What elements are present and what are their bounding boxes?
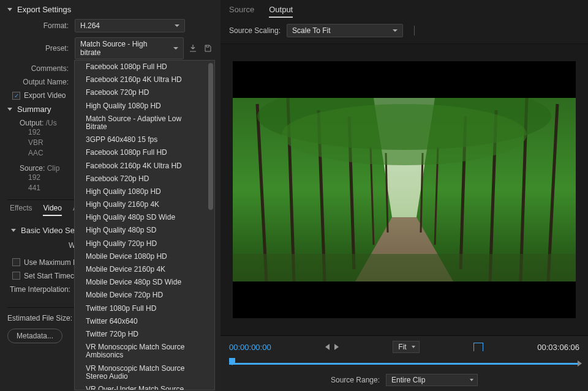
next-frame-icon[interactable] [334, 344, 339, 350]
timeline[interactable] [229, 358, 579, 369]
source-scaling-dropdown[interactable]: Scale To Fit [287, 24, 403, 37]
video-preview-image [233, 98, 576, 281]
preset-option[interactable]: Facebook 2160p 4K Ultra HD [75, 73, 214, 86]
source-scaling-value: Scale To Fit [292, 26, 330, 35]
preset-option[interactable]: Twitter 1080p Full HD [75, 302, 214, 315]
preset-dropdown[interactable]: Match Source - High bitrate [75, 37, 184, 59]
tab-source[interactable]: Source [229, 5, 254, 18]
preset-option[interactable]: Mobile Device 720p HD [75, 289, 214, 302]
est-size-label: Estimated File Size: [7, 314, 72, 322]
preset-option[interactable]: Facebook 1080p Full HD [75, 61, 214, 73]
basic-video-title: Basic Video Setti [21, 226, 81, 235]
tab-effects[interactable]: Effects [10, 204, 32, 216]
export-video-label: Export Video [24, 91, 66, 100]
time-interp-label: Time Interpolation: [10, 285, 70, 294]
tab-output[interactable]: Output [269, 5, 293, 18]
summary-title: Summary [17, 105, 51, 114]
preset-option[interactable]: High Quality 480p SD [75, 224, 214, 237]
preset-option[interactable]: 3GPP 640x480 15 fps [75, 133, 214, 146]
preset-option[interactable]: Twitter 640x640 [75, 315, 214, 328]
export-settings-title: Export Settings [17, 5, 71, 14]
comments-label: Comments: [7, 64, 75, 73]
preset-option[interactable]: Match Source - Adaptive Low Bitrate [75, 113, 214, 133]
summary-source-label: Source: [20, 164, 45, 173]
preset-option[interactable]: Facebook 720p HD [75, 173, 214, 185]
preset-option[interactable]: VR Over-Under Match Source Ambisonics [75, 383, 214, 390]
chevron-down-icon [7, 8, 12, 11]
chevron-down-icon [7, 108, 12, 111]
chevron-down-icon [11, 229, 16, 232]
timecode-current[interactable]: 00:00:00:00 [229, 343, 271, 352]
export-video-checkbox[interactable] [12, 92, 20, 100]
format-label: Format: [7, 21, 75, 30]
dropdown-scrollbar[interactable] [208, 63, 213, 210]
preset-option[interactable]: Facebook 1080p Full HD [75, 146, 214, 159]
safe-margins-icon[interactable] [473, 343, 483, 351]
save-preset-icon[interactable] [202, 43, 213, 54]
timecode-duration: 00:03:06:06 [537, 343, 579, 352]
preview-panel: Source Output Source Scaling: Scale To F… [221, 0, 588, 391]
preset-option[interactable]: VR Monoscopic Match Source Stereo Audio [75, 362, 214, 383]
preset-option[interactable]: High Quality 1080p HD [75, 100, 214, 113]
prev-frame-icon[interactable] [325, 344, 330, 350]
preset-option[interactable]: Mobile Device 1080p HD [75, 250, 214, 263]
preset-option[interactable]: High Quality 720p HD [75, 237, 214, 250]
preset-option[interactable]: Facebook 2160p 4K Ultra HD [75, 160, 214, 173]
svg-point-16 [282, 104, 527, 165]
start-timecode-checkbox[interactable] [12, 272, 20, 280]
preset-option[interactable]: VR Monoscopic Match Source Ambisonics [75, 341, 214, 362]
preset-dropdown-menu: Facebook 1080p Full HDFacebook 2160p 4K … [74, 60, 215, 390]
max-render-checkbox[interactable] [12, 258, 20, 266]
preset-value: Match Source - High bitrate [80, 40, 147, 57]
preset-option[interactable]: Twitter 720p HD [75, 328, 214, 341]
zoom-fit-dropdown[interactable]: Fit [393, 341, 419, 353]
source-range-label: Source Range: [331, 376, 380, 384]
preset-option[interactable]: Mobile Device 2160p 4K [75, 263, 214, 276]
preset-option[interactable]: High Quality 1080p HD [75, 185, 214, 198]
format-value: H.264 [80, 21, 100, 30]
export-settings-header[interactable]: Export Settings [7, 5, 213, 14]
import-preset-icon[interactable] [187, 43, 198, 54]
svg-rect-17 [233, 254, 576, 281]
playback-controls: 00:00:00:00 Fit 00:03:06:06 Source Range… [221, 335, 588, 391]
preset-option[interactable]: High Quality 2160p 4K [75, 198, 214, 211]
preset-option[interactable]: Mobile Device 480p SD Wide [75, 276, 214, 289]
export-settings-panel: Export Settings Format: H.264 Preset: Ma… [0, 0, 221, 391]
format-dropdown[interactable]: H.264 [75, 19, 185, 32]
metadata-button[interactable]: Metadata... [7, 329, 62, 343]
preview-frame [233, 61, 576, 318]
preset-option[interactable]: Facebook 720p HD [75, 86, 214, 99]
summary-output-label: Output: [20, 119, 43, 127]
preview-area [221, 44, 588, 335]
source-scaling-label: Source Scaling: [229, 26, 281, 35]
output-name-label: Output Name: [7, 78, 75, 86]
tab-video[interactable]: Video [43, 204, 61, 216]
timeline-end-icon[interactable] [578, 360, 582, 367]
divider [414, 26, 415, 35]
source-range-dropdown[interactable]: Entire Clip [386, 374, 478, 386]
timeline-track[interactable] [229, 363, 579, 365]
preset-option[interactable]: High Quality 480p SD Wide [75, 211, 214, 224]
preset-label: Preset: [7, 44, 75, 53]
